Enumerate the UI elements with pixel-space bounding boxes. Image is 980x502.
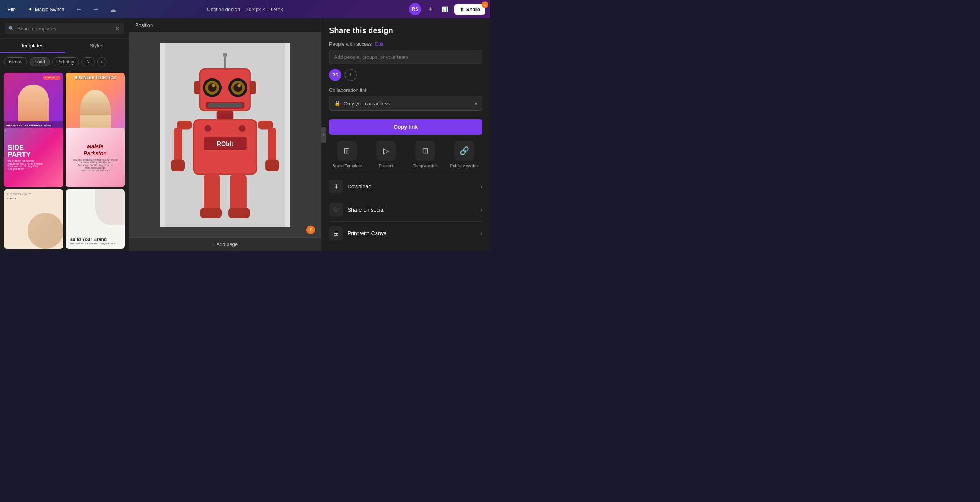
card-4-subtitle: You are cordially invited to a luncheoni… [73, 158, 118, 172]
share-button[interactable]: ⬆ Share 1 [454, 4, 485, 15]
access-label: Only you can access [344, 101, 390, 106]
tab-templates[interactable]: Templates [0, 39, 65, 53]
add-people-input[interactable] [329, 50, 482, 64]
position-label: Position [135, 22, 153, 28]
svg-rect-17 [217, 111, 234, 120]
template-grid: EPISODE 01 HEARTFELT CONVERSATIONS ON WH… [0, 70, 129, 251]
template-link-button[interactable]: ⊞ Template link [407, 141, 444, 168]
card-5-prefix: $ Spotlight [7, 193, 60, 196]
tab-row: Templates Styles [0, 39, 129, 53]
download-arrow: › [480, 183, 482, 190]
topbar-right: RS + 📊 ⬆ Share 1 [409, 3, 485, 15]
card-6-title: Build Your Brand [70, 237, 121, 242]
add-collaborator-button[interactable]: + [425, 4, 436, 15]
chip-row: istmas Food Birthday N › [0, 53, 129, 70]
episode-badge: EPISODE 01 [43, 76, 60, 80]
canvas-content[interactable]: RObIt [129, 32, 321, 237]
brand-template-button[interactable]: ⊞ Brand Template [329, 141, 365, 168]
svg-rect-15 [194, 81, 200, 94]
card-2-title: BUSINESS TECH-TICS [69, 76, 122, 80]
canvas-badge-2: 2 [306, 226, 315, 234]
download-icon: ⬇ [329, 180, 343, 193]
card-3-subtitle: me and my fab friendswatch the Mardi Gra… [8, 160, 60, 170]
filter-icon[interactable]: ⚙ [115, 25, 120, 32]
edit-access-link[interactable]: Edit [375, 41, 383, 47]
svg-rect-16 [250, 81, 256, 94]
undo-button[interactable]: ← [74, 4, 84, 15]
card-5-subtitle: achola [7, 197, 60, 200]
save-to-cloud-icon[interactable]: ☁ [108, 4, 118, 15]
share-social-arrow: › [480, 206, 482, 213]
canvas-frame: RObIt [160, 43, 290, 227]
svg-rect-34 [200, 208, 222, 218]
present-label: Present [379, 163, 394, 168]
template-card[interactable]: EPISODE 01 HEARTFELT CONVERSATIONS ON WH… [4, 73, 63, 132]
svg-rect-14 [208, 103, 242, 107]
template-card[interactable]: $ Spotlight achola [4, 189, 63, 249]
main-layout: 🔍 ⚙ Templates Styles istmas Food Birthda… [0, 18, 490, 251]
svg-rect-33 [204, 174, 220, 212]
magic-icon: ✦ [28, 6, 33, 12]
svg-text:RObIt: RObIt [217, 141, 233, 147]
print-label: Print with Canva [348, 230, 480, 236]
add-page-button[interactable]: + Add page [129, 237, 321, 251]
redo-button[interactable]: → [91, 4, 101, 15]
download-label: Download [348, 183, 480, 189]
copy-link-button[interactable]: Copy link [329, 119, 482, 135]
present-icon: ▷ [376, 141, 396, 161]
template-card[interactable]: BUSINESS TECH-TICS [66, 73, 125, 132]
brand-template-label: Brand Template [332, 163, 362, 168]
print-arrow: › [480, 230, 482, 237]
present-button[interactable]: ▷ Present [368, 141, 404, 168]
chip-food[interactable]: Food [30, 57, 50, 66]
topbar-left: File ✦ Magic Switch ← → ☁ [5, 4, 406, 15]
chip-birthday[interactable]: Birthday [52, 57, 79, 66]
search-input[interactable] [17, 26, 112, 32]
file-button[interactable]: File [5, 5, 19, 14]
card-3-title: SIDEPARTY [8, 144, 60, 158]
canvas-area: Position [129, 18, 321, 251]
access-dropdown[interactable]: 🔒 Only you can access ▾ [329, 96, 482, 111]
chip-christmas[interactable]: istmas [4, 57, 27, 66]
search-area: 🔍 ⚙ [0, 18, 129, 39]
template-card[interactable]: MaisieParkston You are cordially invited… [66, 128, 125, 187]
card-4-name: MaisieParkston [84, 143, 107, 157]
add-person-button[interactable]: + [344, 69, 357, 81]
position-bar: Position [129, 18, 321, 32]
chevron-down-icon: ▾ [475, 101, 477, 106]
print-with-canva-item[interactable]: 🖨 Print with Canva › [329, 221, 482, 245]
analytics-button[interactable]: 📊 [440, 4, 450, 15]
svg-point-23 [239, 125, 246, 132]
download-item[interactable]: ⬇ Download › [329, 175, 482, 198]
magic-switch-label: Magic Switch [35, 7, 65, 12]
magic-switch-button[interactable]: ✦ Magic Switch [25, 5, 68, 14]
card-1-title: HEARTFELT CONVERSATIONS [6, 124, 61, 127]
svg-point-2 [223, 52, 227, 57]
share-badge: 1 [482, 1, 488, 8]
template-card[interactable]: SIDEPARTY me and my fab friendswatch the… [4, 128, 63, 187]
svg-rect-31 [265, 159, 279, 171]
search-input-wrap: 🔍 ⚙ [5, 23, 124, 34]
print-icon: 🖨 [329, 226, 343, 240]
search-icon: 🔍 [8, 26, 14, 31]
public-view-link-button[interactable]: 🔗 Public view link [446, 141, 482, 168]
svg-rect-26 [174, 128, 182, 162]
svg-rect-27 [171, 159, 185, 171]
public-view-icon: 🔗 [454, 141, 474, 161]
template-link-label: Template link [413, 163, 437, 168]
chips-next-button[interactable]: › [97, 57, 106, 66]
chip-n[interactable]: N [81, 57, 95, 66]
hide-panel-button[interactable]: ‹ [321, 127, 326, 143]
card-6-arrow: › [120, 193, 122, 198]
tab-styles[interactable]: Styles [65, 39, 129, 53]
share-on-social-item[interactable]: ♡ Share on social › [329, 198, 482, 221]
share-label: Share [466, 7, 480, 12]
user-avatar-sm: RS [329, 69, 341, 81]
sidebar: 🔍 ⚙ Templates Styles istmas Food Birthda… [0, 18, 129, 251]
template-card[interactable]: Build Your Brand How to build a business… [66, 189, 125, 249]
svg-rect-36 [230, 174, 246, 212]
user-avatar[interactable]: RS [409, 3, 421, 15]
card-6-subtitle: How to build a business lifestyle brand? [70, 242, 121, 245]
lock-icon: 🔒 [334, 100, 341, 106]
share-upload-icon: ⬆ [460, 7, 464, 12]
